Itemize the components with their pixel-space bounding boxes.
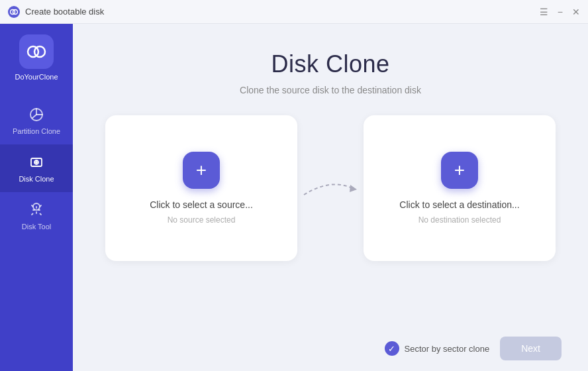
next-button[interactable]: Next — [500, 337, 562, 360]
svg-marker-8 — [350, 185, 357, 192]
partition-clone-icon — [28, 106, 45, 123]
sidebar-item-disk-clone[interactable]: Disk Clone — [0, 144, 73, 192]
disk-clone-label: Disk Clone — [19, 175, 54, 183]
disk-tool-label: Disk Tool — [22, 223, 51, 231]
dest-card[interactable]: + Click to select a destination... No de… — [364, 115, 556, 261]
source-card-subtitle: No source selected — [168, 215, 236, 225]
app-name-label: DoYourClone — [15, 73, 58, 81]
source-add-button[interactable]: + — [183, 152, 220, 189]
content-area: Disk Clone Clone the source disk to the … — [73, 24, 588, 371]
sector-check-label: Sector by sector clone — [405, 344, 490, 354]
cards-row: + Click to select a source... No source … — [99, 115, 562, 261]
dest-card-title: Click to select a destination... — [399, 199, 519, 210]
disk-tool-icon — [28, 201, 45, 219]
content-inner: Disk Clone Clone the source disk to the … — [73, 24, 588, 326]
logo-icon — [19, 34, 54, 69]
partition-clone-label: Partition Clone — [13, 127, 60, 135]
close-button[interactable]: ✕ — [572, 7, 580, 17]
dest-card-subtitle: No destination selected — [418, 215, 501, 225]
svg-point-3 — [34, 46, 45, 57]
dest-add-button[interactable]: + — [441, 152, 478, 189]
source-card-title: Click to select a source... — [150, 199, 253, 210]
app-logo-icon — [8, 6, 20, 18]
title-bar: Create bootable disk ☰ − ✕ — [0, 0, 588, 24]
minimize-button[interactable]: − — [558, 7, 563, 17]
page-title: Disk Clone — [271, 50, 389, 78]
disk-clone-icon — [28, 154, 45, 171]
source-card[interactable]: + Click to select a source... No source … — [105, 115, 297, 261]
sidebar-logo: DoYourClone — [15, 34, 58, 81]
menu-button[interactable]: ☰ — [540, 7, 548, 17]
title-bar-text: Create bootable disk — [25, 7, 540, 17]
title-bar-controls: ☰ − ✕ — [540, 7, 580, 17]
sidebar: DoYourClone Partition Clone — [0, 24, 73, 371]
page-subtitle: Clone the source disk to the destination… — [240, 85, 421, 95]
content-footer: ✓ Sector by sector clone Next — [73, 326, 588, 371]
arrow-area — [297, 175, 364, 201]
app-body: DoYourClone Partition Clone — [0, 24, 588, 371]
sidebar-item-partition-clone[interactable]: Partition Clone — [0, 97, 73, 144]
sector-check-icon: ✓ — [385, 341, 399, 356]
sector-check-row: ✓ Sector by sector clone — [385, 341, 490, 356]
svg-point-7 — [36, 162, 37, 163]
clone-arrow — [301, 175, 360, 201]
sidebar-item-disk-tool[interactable]: Disk Tool — [0, 192, 73, 240]
